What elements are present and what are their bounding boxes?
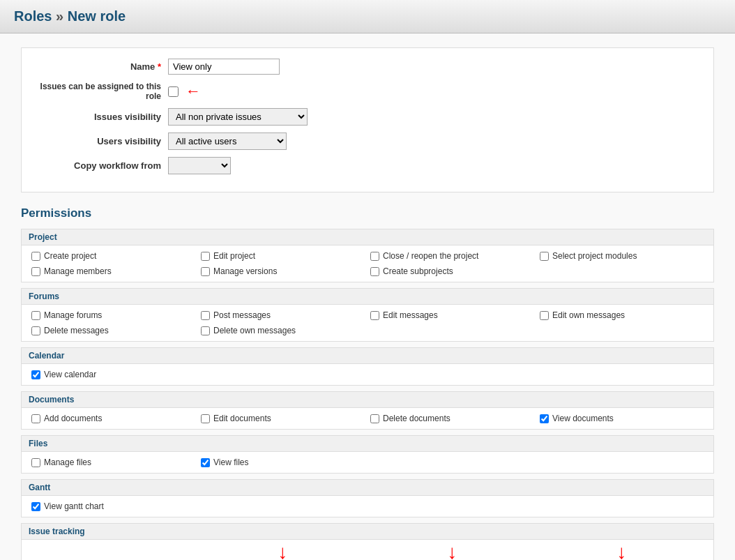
perm-group-gantt-header: Gantt	[22, 480, 713, 496]
perm-group-forums: Forums Manage forums Post messages Edit …	[21, 288, 714, 342]
perm-item: Manage members	[29, 265, 198, 278]
perm-item: Edit project	[198, 250, 368, 262]
perm-group-calendar: Calendar View calendar	[21, 347, 714, 386]
perm-item: Manage versions	[198, 265, 368, 278]
perm-item: View documents	[537, 412, 706, 425]
perm-item: Close / reopen the project	[368, 250, 537, 262]
issues-visibility-label: Issues visibility	[36, 112, 168, 122]
perm-checkbox[interactable]	[31, 502, 40, 511]
perm-checkbox[interactable]	[31, 326, 40, 335]
perm-group-files-header: Files	[22, 436, 713, 452]
perm-checkbox[interactable]	[370, 267, 379, 276]
perm-item: Delete documents	[368, 412, 537, 425]
perm-item-empty	[198, 368, 368, 381]
arrow-col-3: ↓	[368, 543, 537, 560]
perm-checkbox[interactable]	[201, 267, 210, 276]
perm-checkbox[interactable]	[201, 252, 210, 261]
name-label: Name *	[36, 61, 168, 72]
page-title: New role	[68, 8, 126, 24]
issues-visibility-select[interactable]: All non private issues All issues Own is…	[168, 108, 308, 126]
perm-checkbox[interactable]	[31, 252, 40, 261]
perm-checkbox[interactable]	[31, 370, 40, 379]
perm-item-empty	[368, 368, 537, 381]
perm-checkbox[interactable]	[370, 414, 379, 423]
perm-item: Manage files	[29, 456, 198, 469]
perm-group-project-header: Project	[22, 229, 713, 245]
breadcrumb-roles[interactable]: Roles	[14, 8, 52, 24]
perm-item: Delete messages	[29, 324, 198, 337]
perm-checkbox-view-files[interactable]	[201, 458, 210, 467]
perm-item: Add documents	[29, 412, 198, 425]
arrow-down-4: ↓	[617, 543, 627, 560]
perm-item: Delete own messages	[198, 324, 368, 337]
perm-checkbox[interactable]	[370, 252, 379, 261]
perm-item-empty	[368, 324, 537, 337]
perm-item: Manage forums	[29, 309, 198, 321]
arrow-col-1	[29, 543, 198, 560]
perm-item-view-files: View files	[198, 456, 368, 469]
perm-item-empty	[537, 324, 706, 337]
permissions-title: Permissions	[21, 206, 714, 220]
perm-item-empty	[537, 265, 706, 278]
perm-group-files: Files Manage files View files	[21, 435, 714, 474]
perm-group-gantt: Gantt View gantt chart	[21, 479, 714, 517]
arrow-right-indicator: ←	[185, 82, 201, 100]
perm-item: Create subprojects	[368, 265, 537, 278]
perm-checkbox[interactable]	[31, 311, 40, 320]
perm-item-edit-own-messages: Edit own messages	[537, 309, 706, 321]
perm-item-empty	[368, 500, 537, 513]
perm-item: View gantt chart	[29, 500, 198, 513]
perm-group-forums-header: Forums	[22, 289, 713, 305]
issues-assign-label: Issues can be assigned to this role	[36, 82, 168, 101]
perm-item-empty	[198, 500, 368, 513]
arrow-down-2: ↓	[278, 543, 288, 560]
perm-checkbox[interactable]	[201, 414, 210, 423]
perm-checkbox-edit-own-messages[interactable]	[540, 311, 549, 320]
perm-item: Edit documents	[198, 412, 368, 425]
perm-item-empty	[368, 456, 537, 469]
arrow-col-4: ↓	[537, 543, 706, 560]
perm-checkbox[interactable]	[370, 311, 379, 320]
perm-item: Post messages	[198, 309, 368, 321]
perm-group-issue-tracking: Issue tracking ↓ ↓ ↓ Manage issue catego…	[21, 523, 714, 560]
arrow-down-3: ↓	[448, 543, 457, 560]
breadcrumb-separator: »	[56, 8, 63, 24]
perm-item: Create project	[29, 250, 198, 262]
perm-group-issue-tracking-header: Issue tracking	[22, 524, 713, 540]
issues-assign-checkbox[interactable]	[168, 86, 179, 97]
perm-item-empty	[537, 500, 706, 513]
arrow-col-2: ↓	[198, 543, 368, 560]
perm-group-project: Project Create project Edit project Clos…	[21, 229, 714, 282]
perm-item: Select project modules	[537, 250, 706, 262]
perm-group-calendar-header: Calendar	[22, 348, 713, 364]
perm-label-view-files: View files	[213, 457, 248, 467]
copy-workflow-label: Copy workflow from	[36, 160, 168, 171]
perm-checkbox[interactable]	[31, 267, 40, 276]
perm-item-empty	[537, 456, 706, 469]
perm-item: Edit messages	[368, 309, 537, 321]
perm-checkbox[interactable]	[31, 458, 40, 467]
perm-item-empty	[537, 368, 706, 381]
perm-item: View calendar	[29, 368, 198, 381]
perm-checkbox[interactable]	[31, 414, 40, 423]
perm-label-edit-own-messages: Edit own messages	[552, 310, 625, 320]
perm-checkbox[interactable]	[540, 414, 549, 423]
users-visibility-label: Users visibility	[36, 136, 168, 146]
copy-workflow-select[interactable]	[168, 157, 231, 174]
perm-checkbox[interactable]	[201, 326, 210, 335]
perm-group-documents: Documents Add documents Edit documents D…	[21, 391, 714, 430]
name-input[interactable]	[168, 59, 280, 75]
perm-checkbox[interactable]	[540, 252, 549, 261]
perm-group-documents-header: Documents	[22, 392, 713, 408]
users-visibility-select[interactable]: All active users Members of visible proj…	[168, 133, 287, 150]
perm-checkbox[interactable]	[201, 311, 210, 320]
